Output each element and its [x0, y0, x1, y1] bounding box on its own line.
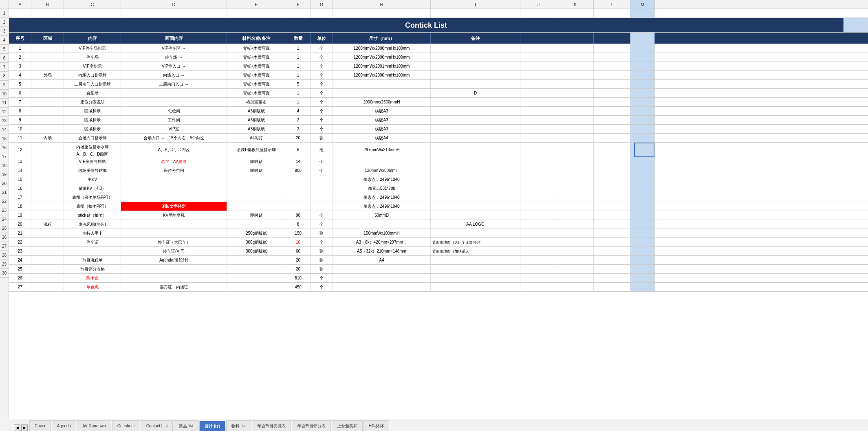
row-numbers: 1 2 3 4 5 6 7 8 9 10 11 12 13 14 15 16 1… [0, 9, 9, 419]
table-row: 5 二层南门入口指示牌 二层南门入口 → 背板+木质写真 5 个 [9, 80, 868, 89]
row-num-29: 29 [0, 260, 9, 269]
tab-cuesheet[interactable]: Cuesheet [112, 420, 140, 431]
seq: 1 [9, 44, 31, 53]
content: VIP停车场指示 [64, 44, 121, 53]
col-header-M: M [630, 0, 655, 9]
tab-award-cup[interactable]: 上台颁奖杯 [332, 420, 363, 431]
content: 辅屏KV（4:3） [64, 184, 121, 193]
notes [431, 53, 520, 62]
col-k [557, 202, 594, 211]
col-m [630, 107, 655, 115]
area [31, 116, 64, 124]
col-m [630, 220, 655, 229]
col-header-H: H [333, 0, 431, 9]
size: 像素点：2496*1040 [333, 193, 431, 202]
unit: 个 [311, 166, 333, 175]
col-l [594, 44, 630, 53]
qty: 1 [286, 44, 311, 53]
table-row: 7 座位分区说明 桁架宝丽布 1 个 2000mmx2500mmH [9, 98, 868, 107]
seq: 24 [9, 256, 31, 264]
material: 背板+木质写真 [227, 44, 286, 53]
table-row: 1 VIP停车场指示 VIP停车区 → 背板+木质写真 1 个 1200mmWx… [9, 44, 868, 53]
col-l [594, 166, 630, 175]
material [227, 265, 286, 273]
tab-material-list[interactable]: 物料 list [226, 420, 251, 431]
table-row: 21 主持人手卡 250g铜版纸 150 张 150mmWx100mmH [9, 229, 868, 238]
col-header-E: E [227, 0, 286, 9]
material [227, 193, 286, 202]
col-j [520, 256, 557, 264]
tab-design-list[interactable]: 设计 list [199, 421, 225, 431]
tab-av-rundown[interactable]: AV Rundown [77, 420, 111, 431]
col-j [520, 62, 557, 70]
screen [121, 175, 227, 184]
unit: 个 [311, 116, 333, 124]
col-j [520, 202, 557, 211]
tab-cover[interactable]: Cover [29, 420, 51, 431]
content: 麦克风贴(主会) [64, 220, 121, 229]
grid-area: Contick List 序号 区域 内容 画面内容 材料名称/备注 数量 单位… [9, 9, 868, 419]
r1-F [286, 9, 311, 18]
qty: 14 [286, 157, 311, 166]
unit [311, 193, 333, 202]
seq: 26 [9, 274, 31, 282]
screen [121, 274, 227, 282]
material [227, 175, 286, 184]
col-header-A: A [9, 0, 31, 9]
material: 喷漆L钢板底座指示牌 [227, 143, 286, 157]
seq: 21 [9, 229, 31, 237]
tab-prize-list[interactable]: 奖品 list [174, 420, 198, 431]
material: 即时贴 [227, 211, 286, 220]
qty: 1 [286, 71, 311, 79]
header-K [557, 33, 594, 44]
col-header-K: K [557, 0, 594, 9]
qty: 1 [286, 98, 311, 106]
col-m [630, 265, 655, 273]
col-j [520, 44, 557, 53]
table-row: 24 节目流程单 Agenda(带设计) 20 张 A4 [9, 256, 868, 265]
col-l [594, 229, 630, 237]
row-num-11: 11 [0, 99, 9, 108]
area [31, 53, 64, 62]
area [31, 238, 64, 246]
col-j [520, 71, 557, 79]
row-num-1: 1 [0, 9, 9, 18]
title-row: Contick List [9, 18, 868, 33]
col-l [594, 107, 630, 115]
screen: 会场入口 →，15个向右，5个向左 [121, 134, 227, 142]
area: 内场 [31, 134, 64, 142]
col-m [630, 166, 655, 175]
row-num-30: 30 [0, 269, 9, 278]
screen: 内场入口 → [121, 71, 227, 79]
notes [431, 98, 520, 106]
tab-agenda[interactable]: Agenda [52, 420, 76, 431]
col-m [630, 62, 655, 70]
seq: 25 [9, 265, 31, 273]
notes: 背面附地图（加联系人） [431, 247, 520, 255]
col-l [594, 247, 630, 255]
qty: 450 [286, 283, 311, 291]
tab-contact-list[interactable]: Contact List [141, 420, 173, 431]
r1-C [64, 9, 121, 18]
area [31, 184, 64, 193]
unit: 个 [311, 98, 333, 106]
screen: 停车证（大巴车） [121, 238, 227, 246]
tab-annual-score[interactable]: 年会节目评分表 [292, 420, 331, 431]
size [333, 89, 431, 97]
tab-annual-schedule[interactable]: 年会节目安排表 [252, 420, 291, 431]
tab-next-btn[interactable]: ▶ [21, 424, 28, 431]
qty [286, 193, 311, 202]
material [227, 220, 286, 229]
col-k [557, 80, 594, 88]
size: 横版A3 [333, 116, 431, 124]
seq: 4 [9, 71, 31, 79]
tab-prev-btn[interactable]: ◀ [14, 424, 20, 431]
notes [431, 283, 520, 291]
tab-hr-cup[interactable]: HR-奖杯 [364, 420, 390, 431]
header-size: 尺寸（mm） [333, 33, 431, 44]
unit: 个 [311, 71, 333, 79]
col-l [594, 184, 630, 193]
row-num-10: 10 [0, 90, 9, 99]
corner-cell [0, 0, 9, 9]
area [31, 89, 64, 97]
